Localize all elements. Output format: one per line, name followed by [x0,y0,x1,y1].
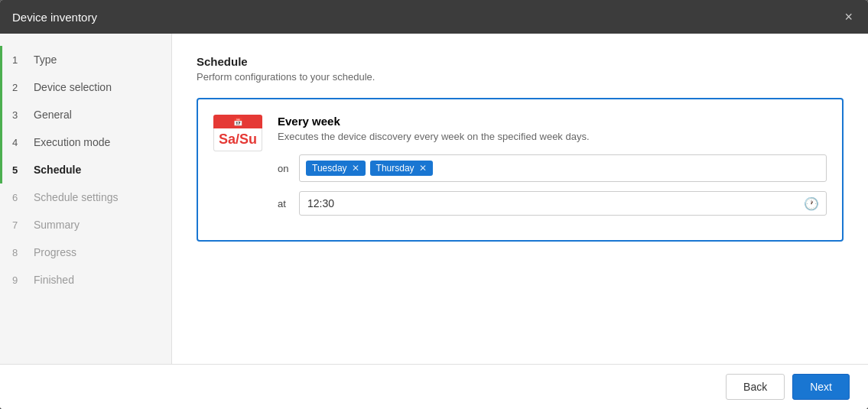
dialog-container: Device inventory × 1 Type 2 Device selec… [0,0,868,409]
sidebar: 1 Type 2 Device selection 3 General 4 Ex… [0,34,172,364]
sidebar-item-schedule-settings[interactable]: 6 Schedule settings [0,183,171,211]
step-num-5: 5 [12,164,28,176]
sidebar-item-finished[interactable]: 9 Finished [0,266,171,294]
sidebar-label-type: Type [34,54,57,66]
sidebar-item-progress[interactable]: 8 Progress [0,239,171,266]
sidebar-item-execution-mode[interactable]: 4 Execution mode [0,128,171,156]
sidebar-label-summary: Summary [34,219,80,231]
main-content: Schedule Perform configurations to your … [172,34,868,364]
sidebar-label-progress: Progress [34,246,76,258]
on-label: on [278,163,299,174]
step-num-7: 7 [12,219,28,231]
at-row: at 🕐 [278,191,827,216]
schedule-description: Executes the device discovery every week… [278,131,827,142]
sidebar-label-schedule-settings: Schedule settings [34,191,119,203]
step-num-2: 2 [12,82,28,93]
schedule-card: 📅 Sa/Su Every week Executes the device d… [197,98,844,242]
section-title: Schedule [197,55,844,68]
step-num-1: 1 [12,54,28,66]
sidebar-item-type[interactable]: 1 Type [0,46,171,73]
time-input-wrapper: 🕐 [299,191,827,216]
dialog-title: Device inventory [12,11,97,24]
sidebar-label-device-selection: Device selection [34,81,112,93]
step-num-6: 6 [12,192,28,203]
schedule-details: Every week Executes the device discovery… [278,115,827,225]
clock-icon: 🕐 [804,196,819,211]
sidebar-item-schedule[interactable]: 5 Schedule [0,156,171,183]
tag-thursday-remove[interactable]: ✕ [419,163,427,174]
schedule-name: Every week [278,115,827,128]
step-num-3: 3 [12,109,28,121]
calendar-body: Sa/Su [213,128,262,151]
tag-tuesday-remove[interactable]: ✕ [352,163,359,174]
on-row: on Tuesday ✕ Thursday ✕ [278,154,827,182]
next-button[interactable]: Next [792,374,850,400]
close-button[interactable]: × [841,7,856,27]
sidebar-label-general: General [34,109,72,121]
calendar-icon: 📅 Sa/Su [213,115,262,151]
tag-tuesday-label: Tuesday [312,163,347,174]
tag-thursday-label: Thursday [376,163,414,174]
calendar-top: 📅 [213,115,262,128]
sidebar-item-device-selection[interactable]: 2 Device selection [0,73,171,101]
sidebar-label-execution-mode: Execution mode [34,136,110,148]
dialog-footer: Back Next [0,364,868,409]
dialog-header: Device inventory × [0,0,868,34]
sidebar-label-schedule: Schedule [34,164,81,176]
back-button[interactable]: Back [726,374,785,400]
section-subtitle: Perform configurations to your schedule. [197,71,844,83]
tag-tuesday: Tuesday ✕ [306,161,366,176]
step-num-9: 9 [12,274,28,286]
step-num-4: 4 [12,137,28,148]
sidebar-item-summary[interactable]: 7 Summary [0,211,171,239]
sidebar-item-general[interactable]: 3 General [0,101,171,128]
days-tags-input[interactable]: Tuesday ✕ Thursday ✕ [299,154,827,182]
tag-thursday: Thursday ✕ [370,161,433,176]
time-input[interactable] [299,191,827,216]
step-num-8: 8 [12,247,28,258]
at-label: at [278,198,299,209]
dialog-body: 1 Type 2 Device selection 3 General 4 Ex… [0,34,868,364]
sidebar-label-finished: Finished [34,274,74,286]
